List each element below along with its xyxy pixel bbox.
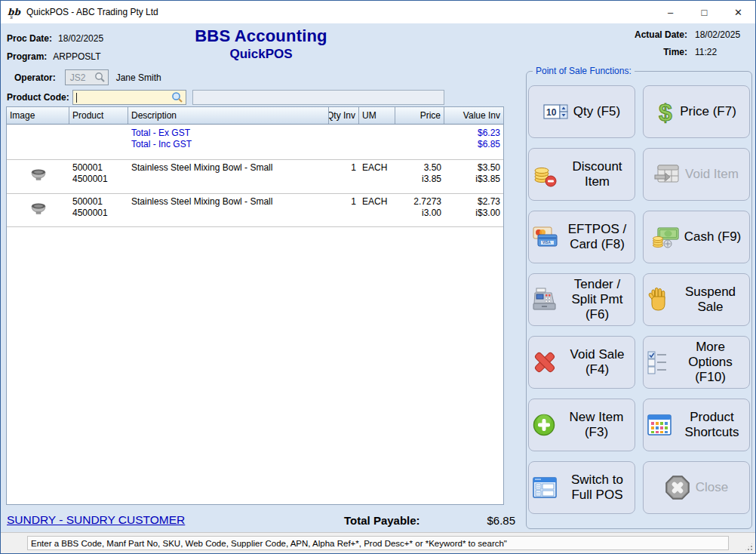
customer-link[interactable]: SUNDRY - SUNDRY CUSTOMER xyxy=(7,513,185,527)
switch-to-full-pos-button[interactable]: Switch to Full POS xyxy=(528,461,635,514)
item-value-ex: $2.73 xyxy=(447,196,500,208)
credit-cards-icon: VISA xyxy=(532,225,558,249)
date-time-info: Actual Date: 18/02/2025 Time: 11:22 xyxy=(635,29,749,57)
price-button[interactable]: $ Price (F7) xyxy=(643,85,750,138)
client-area: Proc Date:18/02/2025 Program:ARPPOSLT BB… xyxy=(1,23,755,532)
operator-code-value: JS2 xyxy=(70,72,94,83)
svg-text:10: 10 xyxy=(546,107,557,118)
titlebar: bb s QuickPOS - ABC Trading Pty Ltd – □ … xyxy=(1,1,755,23)
total-ex-gst-label: Total - Ex GST xyxy=(128,128,329,139)
close-button[interactable]: Close xyxy=(643,461,750,514)
qty-button[interactable]: 10 Qty (F5) xyxy=(528,85,635,138)
window-panes-icon xyxy=(532,476,558,499)
column-header-product[interactable]: Product xyxy=(69,107,128,124)
app-logo-icon: bb s xyxy=(7,5,22,20)
operator-row: Operator: JS2 Jane Smith xyxy=(14,69,161,85)
text-caret xyxy=(76,93,77,103)
product-code-1: 500001 xyxy=(72,196,125,208)
cash-banknote-coins-icon xyxy=(652,226,679,248)
column-header-value-inv[interactable]: Value Inv xyxy=(444,107,503,124)
column-header-price[interactable]: Price xyxy=(395,107,444,124)
close-window-button[interactable]: ✕ xyxy=(721,1,755,23)
total-inc-gst-label: Total - Inc GST xyxy=(128,139,329,150)
column-header-image[interactable]: Image xyxy=(7,107,69,124)
product-description-field xyxy=(192,90,444,105)
column-header-description[interactable]: Description xyxy=(128,107,329,124)
sale-items-table[interactable]: Image Product Description Qty Inv UM Pri… xyxy=(6,106,504,505)
total-ex-gst-row: Total - Ex GST $6.23 xyxy=(7,128,503,139)
totals-block: Total - Ex GST $6.23 Total - Inc GST $6.… xyxy=(7,125,503,159)
eftpos-card-button[interactable]: VISA EFTPOS / Card (F8) xyxy=(528,211,635,263)
product-shortcuts-button[interactable]: Product Shortcuts xyxy=(643,399,750,451)
dollar-icon: $ xyxy=(656,99,675,125)
item-value-ex: $3.50 xyxy=(447,162,500,174)
hand-icon xyxy=(647,287,669,312)
total-inc-gst-value: $6.85 xyxy=(444,139,503,150)
pos-functions-title: Point of Sale Functions: xyxy=(533,66,635,76)
red-x-icon xyxy=(532,349,558,375)
cash-register-icon xyxy=(532,287,558,312)
green-plus-icon xyxy=(532,413,556,437)
product-search-icon[interactable] xyxy=(171,91,183,103)
new-item-button[interactable]: New Item (F3) xyxy=(528,399,635,451)
more-options-button[interactable]: More Options (F10) xyxy=(643,336,750,389)
product-code-2: 4500001 xyxy=(72,208,125,219)
maximize-button[interactable]: □ xyxy=(687,1,721,23)
total-ex-gst-value: $6.23 xyxy=(444,128,503,139)
qty-spinner-icon: 10 xyxy=(543,103,568,120)
item-um: EACH xyxy=(359,162,395,174)
operator-code-field[interactable]: JS2 xyxy=(65,69,109,85)
product-image-bowl-icon xyxy=(30,168,47,181)
resize-grip[interactable] xyxy=(744,542,754,552)
total-payable-label: Total Payable: xyxy=(344,514,420,527)
actual-date-label: Actual Date: xyxy=(635,29,687,40)
svg-text:s: s xyxy=(10,14,13,20)
item-description: Stainless Steel Mixing Bowl - Small xyxy=(128,162,329,174)
app-heading: BBS Accounting QuickPOS xyxy=(1,26,521,62)
window-title: QuickPOS - ABC Trading Pty Ltd xyxy=(26,7,653,17)
product-code-label: Product Code: xyxy=(7,92,69,103)
operator-name: Jane Smith xyxy=(116,72,161,83)
void-item-grid-icon xyxy=(654,164,680,185)
item-qty: 1 xyxy=(329,162,359,174)
pos-functions-group: Point of Sale Functions: 10 Qty (F5) xyxy=(526,66,752,529)
time-label: Time: xyxy=(635,47,687,57)
suspend-sale-button[interactable]: Suspend Sale xyxy=(643,273,750,326)
table-row[interactable]: 500001 4500001 Stainless Steel Mixing Bo… xyxy=(7,193,503,227)
total-inc-gst-row: Total - Inc GST $6.85 xyxy=(7,139,503,150)
coins-discount-icon xyxy=(532,162,558,187)
time-value: 11:22 xyxy=(695,47,749,57)
product-code-2: 4500001 xyxy=(72,174,125,185)
void-item-button[interactable]: Void Item xyxy=(643,148,750,201)
total-payable-value: $6.85 xyxy=(438,514,515,527)
item-qty: 1 xyxy=(329,196,359,208)
minimize-button[interactable]: – xyxy=(653,1,687,23)
item-value-inc: i$3.85 xyxy=(447,174,500,185)
product-code-1: 500001 xyxy=(72,162,125,174)
app-title: BBS Accounting xyxy=(1,26,521,46)
tender-split-payment-button[interactable]: Tender / Split Pmt (F6) xyxy=(528,273,635,326)
operator-label: Operator: xyxy=(14,72,56,83)
close-octagon-icon xyxy=(665,475,690,500)
shortcuts-grid-icon xyxy=(647,414,672,436)
item-price-inc: i3.85 xyxy=(398,174,441,185)
actual-date-value: 18/02/2025 xyxy=(695,29,749,40)
checklist-icon xyxy=(647,350,669,374)
operator-search-icon[interactable] xyxy=(94,72,106,83)
search-hint-field: Enter a BBS Code, Manf Part No, SKU, Web… xyxy=(27,536,729,550)
svg-text:$: $ xyxy=(659,99,672,125)
product-image-bowl-icon xyxy=(30,202,47,215)
table-header: Image Product Description Qty Inv UM Pri… xyxy=(7,107,503,125)
app-subtitle: QuickPOS xyxy=(1,47,521,62)
table-row[interactable]: 500001 4500001 Stainless Steel Mixing Bo… xyxy=(7,159,503,193)
void-sale-button[interactable]: Void Sale (F4) xyxy=(528,336,635,389)
column-header-um[interactable]: UM xyxy=(359,107,395,124)
item-value-inc: i$3.00 xyxy=(447,208,500,219)
product-code-row: Product Code: xyxy=(7,90,444,105)
svg-text:VISA: VISA xyxy=(542,241,551,245)
cash-button[interactable]: Cash (F9) xyxy=(643,211,750,263)
product-code-input[interactable] xyxy=(72,90,186,105)
item-um: EACH xyxy=(359,196,395,208)
column-header-qty-inv[interactable]: Qty Inv xyxy=(329,107,359,124)
discount-item-button[interactable]: Discount Item xyxy=(528,148,635,201)
